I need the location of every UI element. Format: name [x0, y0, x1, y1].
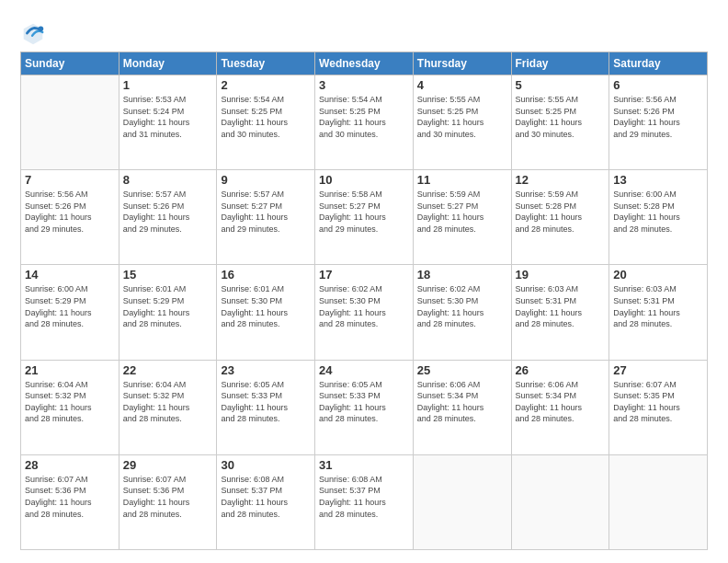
weekday-header-row: SundayMondayTuesdayWednesdayThursdayFrid… [21, 52, 708, 75]
daylight-text: Daylight: 11 hours [417, 307, 507, 319]
sunrise-text: Sunrise: 6:06 AM [417, 379, 507, 391]
sunset-text: Sunset: 5:35 PM [613, 390, 703, 402]
sunset-text: Sunset: 5:34 PM [417, 390, 507, 402]
logo [20, 20, 49, 46]
daylight-text: Daylight: 11 hours [319, 307, 409, 319]
daylight-text-2: and 28 minutes. [25, 509, 115, 521]
calendar-cell: 23Sunrise: 6:05 AMSunset: 5:33 PMDayligh… [217, 360, 315, 454]
sunrise-text: Sunrise: 6:03 AM [516, 283, 606, 295]
day-number: 5 [516, 78, 606, 92]
day-info: Sunrise: 6:03 AMSunset: 5:31 PMDaylight:… [613, 283, 703, 329]
day-info: Sunrise: 6:06 AMSunset: 5:34 PMDaylight:… [417, 379, 507, 425]
calendar-cell [413, 454, 511, 549]
calendar-week-row: 14Sunrise: 6:00 AMSunset: 5:29 PMDayligh… [21, 265, 708, 360]
calendar-cell [21, 75, 119, 170]
day-number: 8 [123, 173, 213, 187]
day-info: Sunrise: 5:55 AMSunset: 5:25 PMDaylight:… [516, 94, 606, 140]
day-number: 21 [25, 363, 115, 377]
daylight-text-2: and 28 minutes. [319, 509, 409, 521]
day-info: Sunrise: 6:04 AMSunset: 5:32 PMDaylight:… [123, 379, 213, 425]
day-number: 20 [613, 268, 703, 282]
sunset-text: Sunset: 5:32 PM [123, 390, 213, 402]
day-info: Sunrise: 6:00 AMSunset: 5:29 PMDaylight:… [25, 283, 115, 329]
sunrise-text: Sunrise: 6:06 AM [516, 379, 606, 391]
day-number: 18 [417, 268, 507, 282]
calendar-cell: 28Sunrise: 6:07 AMSunset: 5:36 PMDayligh… [21, 454, 119, 549]
sunrise-text: Sunrise: 5:56 AM [613, 94, 703, 106]
sunset-text: Sunset: 5:32 PM [25, 390, 115, 402]
daylight-text-2: and 29 minutes. [319, 224, 409, 236]
day-number: 16 [221, 268, 311, 282]
calendar-cell: 5Sunrise: 5:55 AMSunset: 5:25 PMDaylight… [511, 75, 609, 170]
calendar-cell: 13Sunrise: 6:00 AMSunset: 5:28 PMDayligh… [609, 170, 708, 265]
sunrise-text: Sunrise: 6:00 AM [613, 189, 703, 201]
day-info: Sunrise: 6:07 AMSunset: 5:35 PMDaylight:… [613, 379, 703, 425]
daylight-text-2: and 28 minutes. [221, 509, 311, 521]
day-info: Sunrise: 5:56 AMSunset: 5:26 PMDaylight:… [25, 189, 115, 235]
calendar-cell: 2Sunrise: 5:54 AMSunset: 5:25 PMDaylight… [217, 75, 315, 170]
day-info: Sunrise: 5:57 AMSunset: 5:26 PMDaylight:… [123, 189, 213, 235]
sunset-text: Sunset: 5:27 PM [221, 201, 311, 213]
sunrise-text: Sunrise: 5:57 AM [123, 189, 213, 201]
sunrise-text: Sunrise: 5:58 AM [319, 189, 409, 201]
sunset-text: Sunset: 5:34 PM [516, 390, 606, 402]
sunrise-text: Sunrise: 6:04 AM [123, 379, 213, 391]
daylight-text-2: and 28 minutes. [221, 413, 311, 425]
day-info: Sunrise: 5:54 AMSunset: 5:25 PMDaylight:… [221, 94, 311, 140]
weekday-header: Wednesday [315, 52, 414, 75]
calendar-cell: 18Sunrise: 6:02 AMSunset: 5:30 PMDayligh… [413, 265, 511, 360]
daylight-text-2: and 28 minutes. [417, 318, 507, 330]
daylight-text-2: and 30 minutes. [221, 129, 311, 141]
weekday-header: Monday [119, 52, 217, 75]
daylight-text-2: and 28 minutes. [613, 224, 703, 236]
sunrise-text: Sunrise: 6:02 AM [319, 283, 409, 295]
weekday-header: Sunday [21, 52, 119, 75]
daylight-text: Daylight: 11 hours [221, 402, 311, 414]
sunset-text: Sunset: 5:36 PM [25, 485, 115, 497]
daylight-text: Daylight: 11 hours [319, 117, 409, 129]
calendar-cell: 16Sunrise: 6:01 AMSunset: 5:30 PMDayligh… [217, 265, 315, 360]
daylight-text-2: and 28 minutes. [123, 509, 213, 521]
sunset-text: Sunset: 5:30 PM [417, 295, 507, 307]
sunrise-text: Sunrise: 6:03 AM [613, 283, 703, 295]
sunrise-text: Sunrise: 6:04 AM [25, 379, 115, 391]
daylight-text-2: and 29 minutes. [221, 224, 311, 236]
daylight-text: Daylight: 11 hours [516, 402, 606, 414]
sunrise-text: Sunrise: 5:55 AM [417, 94, 507, 106]
day-info: Sunrise: 5:59 AMSunset: 5:27 PMDaylight:… [417, 189, 507, 235]
day-info: Sunrise: 5:56 AMSunset: 5:26 PMDaylight:… [613, 94, 703, 140]
sunset-text: Sunset: 5:28 PM [613, 201, 703, 213]
daylight-text: Daylight: 11 hours [319, 212, 409, 224]
daylight-text: Daylight: 11 hours [123, 497, 213, 509]
day-info: Sunrise: 5:54 AMSunset: 5:25 PMDaylight:… [319, 94, 409, 140]
daylight-text-2: and 30 minutes. [319, 129, 409, 141]
calendar-week-row: 28Sunrise: 6:07 AMSunset: 5:36 PMDayligh… [21, 454, 708, 549]
day-info: Sunrise: 6:00 AMSunset: 5:28 PMDaylight:… [613, 189, 703, 235]
calendar-cell: 26Sunrise: 6:06 AMSunset: 5:34 PMDayligh… [511, 360, 609, 454]
calendar-cell: 10Sunrise: 5:58 AMSunset: 5:27 PMDayligh… [315, 170, 414, 265]
daylight-text: Daylight: 11 hours [319, 402, 409, 414]
day-info: Sunrise: 5:53 AMSunset: 5:24 PMDaylight:… [123, 94, 213, 140]
sunset-text: Sunset: 5:37 PM [221, 485, 311, 497]
sunset-text: Sunset: 5:25 PM [221, 106, 311, 118]
day-number: 14 [25, 268, 115, 282]
sunrise-text: Sunrise: 5:53 AM [123, 94, 213, 106]
day-number: 17 [319, 268, 409, 282]
daylight-text: Daylight: 11 hours [25, 497, 115, 509]
calendar-cell [511, 454, 609, 549]
calendar-cell: 11Sunrise: 5:59 AMSunset: 5:27 PMDayligh… [413, 170, 511, 265]
sunset-text: Sunset: 5:27 PM [319, 201, 409, 213]
calendar-cell: 3Sunrise: 5:54 AMSunset: 5:25 PMDaylight… [315, 75, 414, 170]
sunset-text: Sunset: 5:30 PM [319, 295, 409, 307]
sunset-text: Sunset: 5:24 PM [123, 106, 213, 118]
day-number: 23 [221, 363, 311, 377]
calendar-cell: 17Sunrise: 6:02 AMSunset: 5:30 PMDayligh… [315, 265, 414, 360]
daylight-text: Daylight: 11 hours [516, 212, 606, 224]
daylight-text: Daylight: 11 hours [613, 212, 703, 224]
daylight-text: Daylight: 11 hours [516, 117, 606, 129]
sunset-text: Sunset: 5:31 PM [613, 295, 703, 307]
sunset-text: Sunset: 5:25 PM [516, 106, 606, 118]
day-number: 28 [25, 458, 115, 472]
daylight-text: Daylight: 11 hours [319, 497, 409, 509]
sunrise-text: Sunrise: 6:05 AM [221, 379, 311, 391]
